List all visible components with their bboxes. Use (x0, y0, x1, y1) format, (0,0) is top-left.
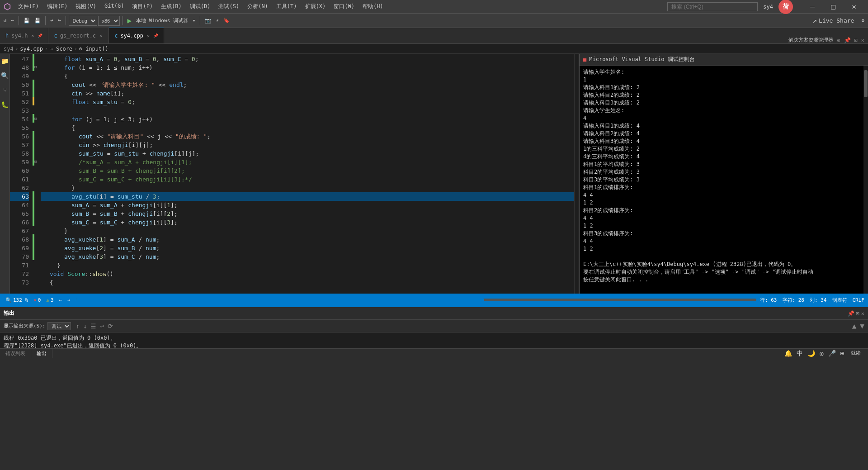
menu-file[interactable]: 文件(F) (14, 2, 42, 11)
fold-btn-54[interactable]: ⊟ (34, 114, 41, 123)
debug-config-select[interactable]: Debug (69, 16, 97, 26)
char-info[interactable]: 字符: 28 (783, 297, 805, 304)
output-content[interactable]: 线程 0x39a0 已退出，返回值为 0 (0x0)。 程序"[2328] sy… (0, 332, 868, 348)
tab-sy4cpp[interactable]: c sy4.cpp ✕ 📌 (109, 28, 164, 43)
warning-count[interactable]: ⚠ 3 (44, 297, 55, 303)
menu-edit[interactable]: 编辑(E) (43, 2, 71, 11)
line-numbers: 47 48 49 50 51 52 53 54 55 56 57 58 59 6… (10, 54, 33, 294)
search-input[interactable] (667, 2, 758, 11)
menu-view[interactable]: 视图(V) (72, 2, 100, 11)
output-down-btn[interactable]: ↓ (82, 323, 88, 330)
zoom-level[interactable]: 🔍 132 % (4, 297, 30, 303)
tab-sy4h[interactable]: h sy4.h ✕ 📌 (0, 28, 48, 43)
toolbar-redo-btn[interactable]: ↪ (56, 17, 63, 24)
tab-gsreport[interactable]: c gs_report.c ✕ (48, 28, 109, 43)
debug-console-label: Microsoft Visual Studio 调试控制台 (589, 56, 694, 63)
bottom-icon-1[interactable]: 🔔 (783, 350, 793, 358)
window-controls: — □ ✕ (802, 0, 864, 14)
fold-btn-48[interactable]: ⊟ (34, 62, 41, 71)
menu-help[interactable]: 帮助(H) (359, 2, 387, 11)
menu-tools[interactable]: 工具(T) (273, 2, 301, 11)
run-button[interactable]: ▶ (126, 15, 134, 26)
sidebar-debug-icon[interactable]: 🐛 (0, 99, 10, 110)
output-up-btn[interactable]: ↑ (75, 323, 81, 330)
code-content[interactable]: float sum_A = 0, sum_B = 0, sum_C = 0; f… (41, 54, 574, 294)
menu-test[interactable]: 测试(S) (215, 2, 243, 11)
tab-type[interactable]: 制表符 (832, 297, 847, 304)
output-clear-btn[interactable]: ☰ (89, 323, 98, 330)
toolbar-dropdown-arrow[interactable]: ▾ (191, 17, 198, 24)
tab-pin-icon[interactable]: 📌 (844, 37, 851, 43)
output-pin-icon[interactable]: 📌 (848, 310, 854, 317)
tab-gsreport-close[interactable]: ✕ (99, 33, 103, 38)
live-share-button[interactable]: ↗ Live Share (808, 14, 859, 27)
user-avatar[interactable]: 荷 (778, 0, 793, 14)
fold-btn-59[interactable]: ⊟ (34, 157, 41, 166)
toolbar-camera-btn[interactable]: 📷 (203, 17, 213, 24)
toolbar-refresh-btn[interactable]: ↺ (2, 17, 9, 24)
panel-tab-errors[interactable]: 错误列表 (0, 349, 31, 358)
tab-sy4cpp-pin[interactable]: 📌 (153, 33, 158, 38)
menu-git[interactable]: Git(G) (101, 2, 127, 11)
debug-line-26: E:\大三上\c++实验\实验4\sy4\Debug\sy4.exe (进程 2… (583, 261, 860, 268)
sidebar-search-icon[interactable]: 🔍 (0, 70, 10, 81)
toolbar-undo-btn[interactable]: ↩ (48, 17, 55, 24)
code-line-49: { (41, 72, 574, 81)
error-value: 0 (38, 297, 41, 303)
nav-back-btn[interactable]: ← (57, 297, 64, 303)
arch-select[interactable]: x86 (98, 16, 120, 26)
tab-settings-icon[interactable]: ⚙ (837, 37, 840, 43)
close-button[interactable]: ✕ (844, 0, 864, 14)
code-line-64: sum_A = sum_A + chengji[i][1]; (41, 201, 574, 209)
toolbar-back-btn[interactable]: ← (9, 17, 16, 24)
debug-console-content[interactable]: 请输入学生姓名: 1 请输入科目1的成绩: 2 请输入科目2的成绩: 2 请输入… (580, 66, 863, 294)
debug-line-11: 1的三科平均成绩为: 2 (583, 145, 860, 153)
tab-split-icon[interactable]: ⊡ (854, 37, 858, 43)
sidebar-git-icon[interactable]: ⑂ (1, 85, 9, 95)
bottom-icon-mic[interactable]: 🎤 (827, 350, 837, 358)
toolbar-save-btn[interactable]: 💾 (22, 17, 32, 24)
toolbar-save-all-btn[interactable]: 💾 (33, 17, 42, 24)
col-info[interactable]: 列: 34 (810, 297, 827, 304)
tab-sy4h-pin[interactable]: 📌 (38, 33, 42, 38)
sidebar-explorer-icon[interactable]: 📁 (0, 56, 10, 66)
output-split-icon[interactable]: ⊡ (856, 310, 859, 317)
menu-window[interactable]: 窗口(W) (330, 2, 358, 11)
debug-scroll-thumb[interactable] (864, 70, 868, 97)
output-refresh-btn[interactable]: ⟳ (106, 323, 114, 330)
status-encoding[interactable]: 中 (795, 350, 804, 358)
maximize-button[interactable]: □ (823, 0, 844, 14)
output-source-select[interactable]: 调试 (47, 322, 71, 330)
line-ending[interactable]: CRLF (853, 297, 865, 303)
output-scrollbar-up[interactable]: ▲ (852, 322, 857, 330)
panel-tab-output[interactable]: 输出 (31, 349, 52, 358)
bottom-icon-grid[interactable]: ⊞ (839, 350, 845, 358)
bottom-icon-3[interactable]: ◎ (818, 350, 825, 358)
status-right: 行: 63 字符: 28 列: 34 制表符 CRLF (760, 297, 864, 304)
toolbar-mark-btn[interactable]: 🔖 (222, 17, 231, 24)
menu-project[interactable]: 项目(P) (128, 2, 156, 11)
menu-extensions[interactable]: 扩展(X) (302, 2, 330, 11)
menu-build[interactable]: 生成(B) (157, 2, 185, 11)
code-line-72: void Score::show() (41, 270, 574, 278)
nav-fwd-btn[interactable]: → (66, 297, 72, 303)
output-wrap-btn[interactable]: ↩ (99, 323, 105, 330)
menu-analyze[interactable]: 分析(N) (244, 2, 272, 11)
vs-logo: ⬡ (4, 2, 11, 11)
run-label[interactable]: 本地 Windows 调试器 (134, 16, 190, 25)
debug-scrollbar[interactable] (863, 66, 868, 294)
tab-sy4cpp-close[interactable]: ✕ (146, 33, 151, 38)
output-scrollbar-down[interactable]: ▼ (860, 322, 864, 330)
toolbar-settings-btn[interactable]: ⚙ (859, 17, 866, 24)
toolbar-perf-btn[interactable]: ⚡ (214, 17, 221, 24)
tab-sy4h-close[interactable]: ✕ (30, 33, 35, 38)
tab-close-panel-icon[interactable]: ✕ (861, 37, 864, 43)
menu-debug[interactable]: 调试(D) (186, 2, 214, 11)
code-editor[interactable]: 47 48 49 50 51 52 53 54 55 56 57 58 59 6… (10, 54, 579, 294)
bottom-icon-moon[interactable]: 🌙 (806, 350, 816, 358)
output-close-icon[interactable]: ✕ (861, 310, 864, 317)
editor-scrollbar[interactable] (574, 54, 579, 294)
minimize-button[interactable]: — (802, 0, 823, 14)
line-info[interactable]: 行: 63 (760, 297, 777, 304)
error-count[interactable]: ✕ 0 (32, 297, 42, 303)
